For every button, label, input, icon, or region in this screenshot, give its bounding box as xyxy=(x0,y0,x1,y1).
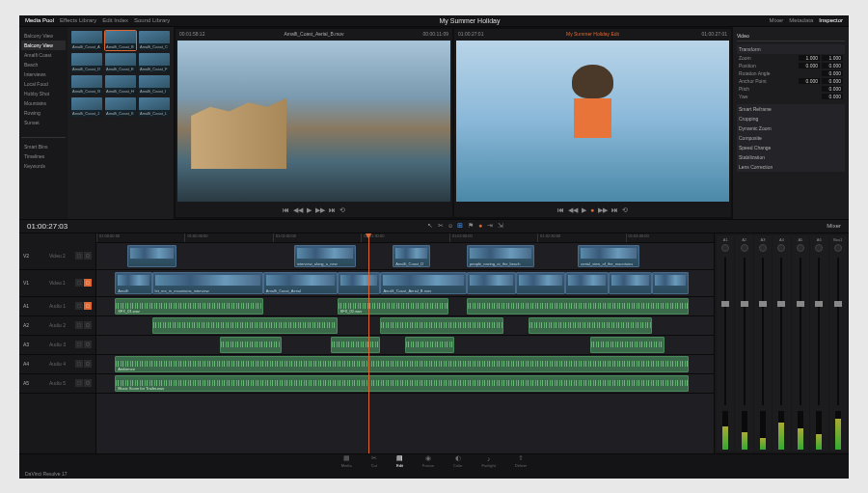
clip-thumbnail[interactable] xyxy=(71,31,102,50)
auto-select-icon[interactable]: ▢ xyxy=(84,379,92,387)
clip-thumbnail[interactable] xyxy=(139,97,170,117)
prev-icon[interactable]: ⏮ xyxy=(557,206,564,213)
video-clip[interactable] xyxy=(263,272,338,294)
bin-item[interactable]: Rowing xyxy=(21,108,66,118)
lock-icon[interactable]: ⬚ xyxy=(75,302,83,310)
blade-tool-icon[interactable]: ✂ xyxy=(438,222,444,230)
bin-item[interactable]: Balcony View xyxy=(21,41,66,50)
metadata-tab[interactable]: Metadata xyxy=(789,17,813,23)
inspector-section[interactable]: Composite xyxy=(737,133,845,143)
clip-thumbnail[interactable] xyxy=(139,75,170,95)
mixer-strip[interactable]: A6 xyxy=(810,235,827,452)
video-clip[interactable] xyxy=(652,272,689,294)
track-header[interactable]: A2Audio 2⬚▢ xyxy=(19,316,95,336)
lock-icon[interactable]: ⬚ xyxy=(75,279,83,287)
track-header[interactable]: A5Audio 5⬚▢ xyxy=(19,374,95,394)
audio-clip[interactable] xyxy=(529,317,652,334)
audio-clip[interactable] xyxy=(405,337,454,353)
track-lane[interactable] xyxy=(96,374,714,394)
mixer-tab[interactable]: Mixer xyxy=(770,17,784,23)
page-media[interactable]: ▦Media xyxy=(341,454,352,468)
page-cut[interactable]: ✂Cut xyxy=(371,454,377,468)
pan-knob[interactable] xyxy=(721,244,729,252)
rewind-icon[interactable]: ◀◀ xyxy=(568,206,578,214)
overwrite-icon[interactable]: ⇲ xyxy=(498,222,503,230)
effects-library-tab[interactable]: Effects Library xyxy=(60,17,96,23)
track-lane[interactable] xyxy=(96,336,714,355)
pan-knob[interactable] xyxy=(741,244,748,252)
lock-icon[interactable]: ⬚ xyxy=(75,341,83,348)
clip-thumbnail[interactable] xyxy=(71,53,102,72)
track-lane[interactable] xyxy=(96,270,714,297)
mixer-strip[interactable]: A3 xyxy=(754,235,772,452)
pitch-value[interactable]: 0.000 xyxy=(822,86,843,92)
sound-library-tab[interactable]: Sound Library xyxy=(134,17,170,23)
smart-bin-item[interactable]: Timelines xyxy=(21,151,66,161)
anchor-y[interactable]: 0.000 xyxy=(822,78,843,84)
auto-select-icon[interactable]: ▢ xyxy=(84,279,92,287)
bin-item[interactable]: Beach xyxy=(21,60,66,69)
snap-icon[interactable]: ⊞ xyxy=(457,222,463,230)
clip-thumbnail[interactable] xyxy=(71,97,102,117)
page-color[interactable]: ◐Color xyxy=(453,454,463,468)
lock-icon[interactable]: ⬚ xyxy=(75,379,83,387)
audio-clip[interactable] xyxy=(152,317,338,334)
edit-index-tab[interactable]: Edit Index xyxy=(102,17,128,23)
fader[interactable] xyxy=(724,258,726,405)
audio-clip[interactable] xyxy=(115,375,689,392)
page-fairlight[interactable]: ♪Fairlight xyxy=(482,455,496,468)
audio-clip[interactable] xyxy=(220,337,282,353)
audio-clip[interactable] xyxy=(380,317,503,334)
audio-clip[interactable] xyxy=(331,337,380,353)
video-clip[interactable] xyxy=(152,272,263,294)
bin-item[interactable]: Mountains xyxy=(21,98,66,108)
mixer-strip[interactable]: A1 xyxy=(717,235,734,452)
video-clip[interactable] xyxy=(516,272,565,294)
lock-icon[interactable]: ⬚ xyxy=(75,252,83,260)
selection-tool-icon[interactable]: ↖ xyxy=(427,222,433,230)
mixer-strip[interactable]: A4 xyxy=(773,235,790,452)
insert-icon[interactable]: ⇥ xyxy=(487,222,493,230)
link-icon[interactable]: ⌾ xyxy=(448,222,452,230)
prev-icon[interactable]: ⏮ xyxy=(283,206,289,213)
next-icon[interactable]: ⏭ xyxy=(329,206,336,213)
playhead[interactable] xyxy=(368,233,369,453)
bin-item[interactable]: Interviews xyxy=(21,69,66,79)
play-icon[interactable]: ▶ xyxy=(582,206,586,214)
fader[interactable] xyxy=(744,258,746,405)
auto-select-icon[interactable]: ▢ xyxy=(84,302,92,310)
inspector-section[interactable]: Lens Correction xyxy=(737,162,845,172)
record-monitor[interactable] xyxy=(456,41,729,202)
clip-thumbnail[interactable] xyxy=(105,31,136,50)
audio-clip[interactable] xyxy=(115,356,689,372)
clip-thumbnail[interactable] xyxy=(105,53,136,72)
pan-knob[interactable] xyxy=(834,244,842,252)
auto-select-icon[interactable]: ▢ xyxy=(84,360,92,368)
clip-thumbnail[interactable] xyxy=(139,31,170,50)
mixer-strip[interactable]: Bus1 xyxy=(829,235,847,452)
video-clip[interactable] xyxy=(115,272,151,294)
track-header[interactable]: A4Audio 4⬚▢ xyxy=(19,355,95,374)
clip-thumbnail[interactable] xyxy=(71,75,102,95)
inspector-tab[interactable]: Inspector xyxy=(819,17,843,23)
audio-clip[interactable] xyxy=(467,298,689,315)
audio-clip[interactable] xyxy=(590,337,665,353)
track-header[interactable]: V1Video 1⬚▢ xyxy=(19,270,95,297)
mixer-strip[interactable]: A2 xyxy=(735,235,752,452)
next-icon[interactable]: ⏭ xyxy=(611,206,618,213)
forward-icon[interactable]: ▶▶ xyxy=(315,206,325,214)
lock-icon[interactable]: ⬚ xyxy=(75,360,83,368)
pan-knob[interactable] xyxy=(815,244,823,252)
play-icon[interactable]: ▶ xyxy=(307,206,312,214)
pan-knob[interactable] xyxy=(797,244,804,252)
video-clip[interactable] xyxy=(393,245,429,267)
page-deliver[interactable]: ⇧Deliver xyxy=(515,454,527,468)
inspector-section[interactable]: Smart Reframe xyxy=(737,104,845,114)
audio-clip[interactable] xyxy=(115,298,263,315)
track-header[interactable]: V2Video 2⬚▢ xyxy=(19,243,95,270)
fader[interactable] xyxy=(762,258,764,405)
bin-item[interactable]: Sunset xyxy=(21,118,66,127)
zoom-x[interactable]: 1.000 xyxy=(799,55,820,61)
auto-select-icon[interactable]: ▢ xyxy=(84,252,92,260)
pan-knob[interactable] xyxy=(777,244,785,252)
